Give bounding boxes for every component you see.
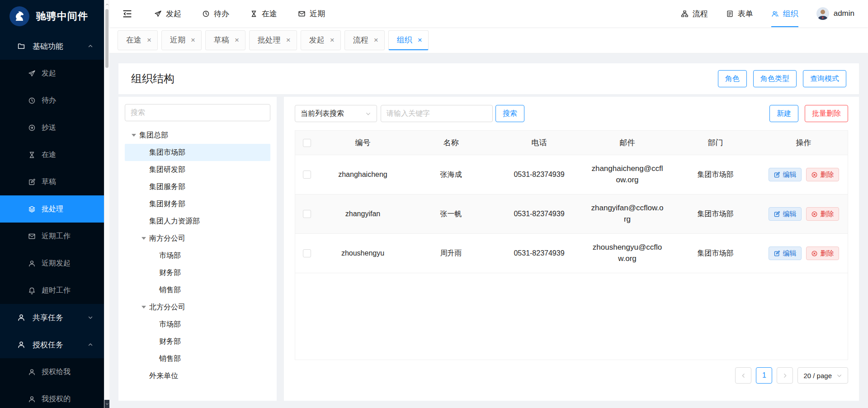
user-menu[interactable]: admin [816,0,854,27]
user-icon [28,368,36,376]
close-icon[interactable] [191,36,195,44]
edit-label: 编辑 [783,249,797,258]
prev-page-button[interactable] [735,367,751,384]
tab-label: 组织 [397,35,412,45]
tree-node-south-sales[interactable]: 销售部 [125,281,270,299]
menu-fold-icon[interactable] [122,9,132,19]
close-icon[interactable] [374,36,378,44]
table-row[interactable]: zhangyifan 张一帆 0531-82374939 zhangyifan@… [295,195,848,234]
sidebar-item-in-transit[interactable]: 在途 [0,141,104,168]
tree-node-group-hr-dept[interactable]: 集团人力资源部 [125,213,270,230]
close-icon[interactable] [235,36,239,44]
column-header-actions: 操作 [760,131,848,155]
select-all-checkbox[interactable] [303,139,311,147]
tab-recent[interactable]: 近期 [161,30,202,50]
chevron-down-icon [836,373,842,379]
create-button[interactable]: 新建 [769,105,798,122]
row-checkbox[interactable] [303,249,311,257]
tree-node-north-finance[interactable]: 财务部 [125,333,270,350]
username: admin [834,9,854,18]
topnav-item-organization[interactable]: 组织 [771,0,798,27]
sidebar-section-base-functions[interactable]: 基础功能 [0,33,104,60]
delete-button[interactable]: 删除 [806,168,839,181]
tree-node-group-market-dept[interactable]: 集团市场部 [125,144,270,161]
topnav-item-initiate[interactable]: 发起 [154,0,181,27]
topnav-item-todo[interactable]: 待办 [202,0,229,27]
topnav-item-form[interactable]: 表单 [726,0,753,27]
sidebar: 驰骋中间件 基础功能 发起 待办 抄送 [0,0,104,408]
column-header-dept: 部门 [671,131,760,155]
tree-node-north-market[interactable]: 市场部 [125,316,270,333]
edit-button[interactable]: 编辑 [769,247,802,260]
tree-node-north-branch[interactable]: 北方分公司 [125,299,270,316]
topnav-item-in-transit[interactable]: 在途 [250,0,277,27]
scrollbar-thumb[interactable] [105,9,108,68]
sidebar-item-my-authorized[interactable]: 我授权的 [0,385,104,408]
caret-down-icon[interactable] [138,306,149,308]
tab-draft[interactable]: 草稿 [205,30,245,50]
role-button[interactable]: 角色 [718,70,747,87]
row-checkbox[interactable] [303,210,311,218]
tab-initiate[interactable]: 发起 [301,30,341,50]
role-type-button[interactable]: 角色类型 [753,70,797,87]
tree-node-south-market[interactable]: 市场部 [125,247,270,264]
tree-node-north-sales[interactable]: 销售部 [125,350,270,367]
tab-batch[interactable]: 批处理 [249,30,297,50]
tab-organization[interactable]: 组织 [388,30,429,50]
topnav-item-process[interactable]: 流程 [681,0,708,27]
scroll-up-button[interactable] [104,1,109,8]
sidebar-section-authorized-tasks[interactable]: 授权任务 [0,331,104,358]
page-1-button[interactable]: 1 [756,367,772,384]
tree-node-south-finance[interactable]: 财务部 [125,264,270,281]
sidebar-item-overtime-work[interactable]: 超时工作 [0,277,104,304]
tab-process[interactable]: 流程 [344,30,385,50]
main-area: 发起 待办 在途 近期 流程 [109,0,868,408]
row-checkbox[interactable] [303,171,311,179]
sidebar-item-authorized-to-me[interactable]: 授权给我 [0,358,104,385]
edit-button[interactable]: 编辑 [769,168,802,181]
sidebar-item-draft[interactable]: 草稿 [0,168,104,195]
keyword-input[interactable] [381,105,493,122]
caret-down-icon[interactable] [128,134,139,137]
batch-delete-button[interactable]: 批量删除 [805,105,848,122]
table-row[interactable]: zhoushengyu 周升雨 0531-82374939 zhoushengy… [295,234,848,273]
delete-button[interactable]: 删除 [806,247,839,260]
tree-node-group-service-dept[interactable]: 集团服务部 [125,178,270,195]
tree-node-external-unit[interactable]: 外来单位 [125,367,270,384]
search-scope-select[interactable]: 当前列表搜索 [295,105,377,122]
sidebar-item-recent-initiate[interactable]: 近期发起 [0,250,104,277]
table-row[interactable]: zhanghaicheng 张海成 0531-82374939 zhanghai… [295,155,848,195]
sidebar-scrollbar[interactable] [104,0,109,408]
close-icon[interactable] [147,36,151,44]
topnav-label: 近期 [310,9,325,19]
sidebar-item-initiate[interactable]: 发起 [0,60,104,87]
sidebar-section-shared-tasks[interactable]: 共享任务 [0,304,104,331]
topnav-item-recent[interactable]: 近期 [298,0,325,27]
close-icon[interactable] [418,36,422,44]
sidebar-item-todo[interactable]: 待办 [0,87,104,114]
sidebar-item-batch[interactable]: 批处理 [0,195,104,223]
tree-search-input[interactable] [125,104,270,121]
tree-node-group-hq[interactable]: 集团总部 [125,127,270,144]
tab-in-transit[interactable]: 在途 [118,30,158,50]
cell-phone: 0531-82374939 [495,195,583,233]
page-size-select[interactable]: 20 / page [797,367,848,384]
chevron-up-icon [88,43,93,49]
tree-node-label: 集团服务部 [149,182,185,192]
query-mode-button[interactable]: 查询模式 [803,70,846,87]
edit-button[interactable]: 编辑 [769,207,802,221]
close-icon[interactable] [330,36,335,44]
tree-node-south-branch[interactable]: 南方分公司 [125,230,270,247]
close-icon[interactable] [286,36,291,44]
tree-node-group-finance-dept[interactable]: 集团财务部 [125,195,270,213]
delete-icon [811,250,818,257]
tree-node-group-rd-dept[interactable]: 集团研发部 [125,161,270,178]
sidebar-item-cc[interactable]: 抄送 [0,114,104,141]
caret-down-icon[interactable] [138,237,149,240]
brand[interactable]: 驰骋中间件 [0,0,104,33]
search-button[interactable]: 搜索 [495,105,524,122]
scroll-down-button[interactable] [104,400,109,408]
sidebar-item-recent-work[interactable]: 近期工作 [0,223,104,250]
delete-button[interactable]: 删除 [806,207,839,221]
next-page-button[interactable] [777,367,793,384]
